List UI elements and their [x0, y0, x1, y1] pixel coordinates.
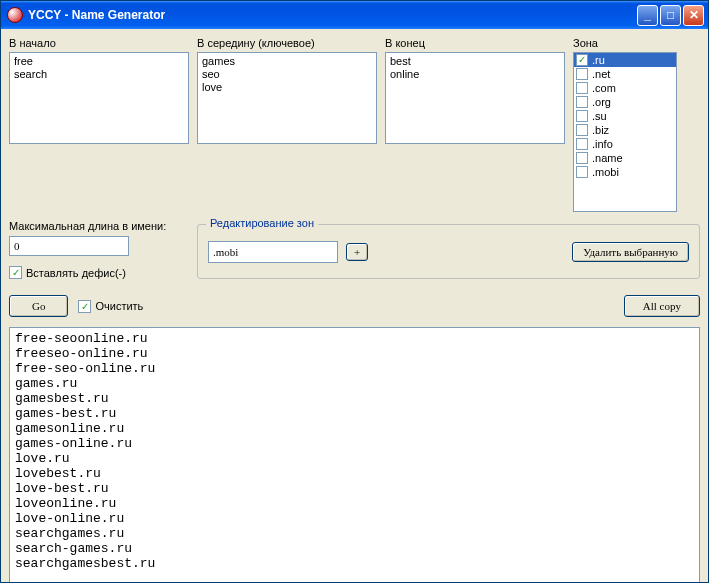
delete-zone-button[interactable]: Удалить выбранную [572, 242, 689, 262]
zone-item-label: .info [592, 137, 613, 151]
zone-checkbox[interactable] [576, 68, 588, 80]
clear-checkbox[interactable]: ✓ [78, 300, 91, 313]
zone-checkbox[interactable] [576, 166, 588, 178]
zone-item-label: .com [592, 81, 616, 95]
window-title: YCCY - Name Generator [28, 8, 637, 22]
zone-item[interactable]: .name [574, 151, 676, 165]
maximize-button[interactable]: □ [660, 5, 681, 26]
app-icon [7, 7, 23, 23]
edit-zones-legend: Редактирование зон [206, 217, 318, 229]
begin-label: В начало [9, 37, 189, 49]
go-button[interactable]: Go [9, 295, 68, 317]
zone-checkbox[interactable] [576, 152, 588, 164]
minimize-button[interactable]: _ [637, 5, 658, 26]
end-label: В конец [385, 37, 565, 49]
zone-checkbox[interactable] [576, 124, 588, 136]
titlebar: YCCY - Name Generator _ □ ✕ [1, 1, 708, 29]
output-textarea[interactable]: free-seoonline.ru freeseo-online.ru free… [9, 327, 700, 583]
zone-item-label: .name [592, 151, 623, 165]
zone-item[interactable]: .net [574, 67, 676, 81]
end-list[interactable]: best online [385, 52, 565, 144]
zone-label: Зона [573, 37, 677, 49]
maxlen-input[interactable] [9, 236, 129, 256]
edit-zones-group: Редактирование зон + Удалить выбранную [197, 224, 700, 279]
zone-item[interactable]: ✓.ru [574, 53, 676, 67]
zone-checkbox[interactable] [576, 138, 588, 150]
maxlen-label: Максимальная длина в имени: [9, 220, 189, 232]
begin-list[interactable]: free search [9, 52, 189, 144]
zone-item-label: .org [592, 95, 611, 109]
zone-list[interactable]: ✓.ru.net.com.org.su.biz.info.name.mobi [573, 52, 677, 212]
zone-checkbox[interactable] [576, 96, 588, 108]
zone-checkbox[interactable]: ✓ [576, 54, 588, 66]
zone-item[interactable]: .org [574, 95, 676, 109]
add-zone-button[interactable]: + [346, 243, 368, 261]
zone-item[interactable]: .biz [574, 123, 676, 137]
zone-checkbox[interactable] [576, 82, 588, 94]
middle-list[interactable]: games seo love [197, 52, 377, 144]
zone-checkbox[interactable] [576, 110, 588, 122]
zone-item[interactable]: .mobi [574, 165, 676, 179]
zone-item-label: .ru [592, 53, 605, 67]
close-button[interactable]: ✕ [683, 5, 704, 26]
hyphen-checkbox[interactable]: ✓ [9, 266, 22, 279]
middle-label: В середину (ключевое) [197, 37, 377, 49]
zone-item[interactable]: .com [574, 81, 676, 95]
zone-item-label: .su [592, 109, 607, 123]
zone-item-label: .net [592, 67, 610, 81]
hyphen-label: Вставлять дефис(-) [26, 267, 126, 279]
all-copy-button[interactable]: All copy [624, 295, 700, 317]
zone-item[interactable]: .info [574, 137, 676, 151]
zone-edit-input[interactable] [208, 241, 338, 263]
clear-label: Очистить [95, 300, 143, 312]
zone-item[interactable]: .su [574, 109, 676, 123]
zone-item-label: .mobi [592, 165, 619, 179]
zone-item-label: .biz [592, 123, 609, 137]
